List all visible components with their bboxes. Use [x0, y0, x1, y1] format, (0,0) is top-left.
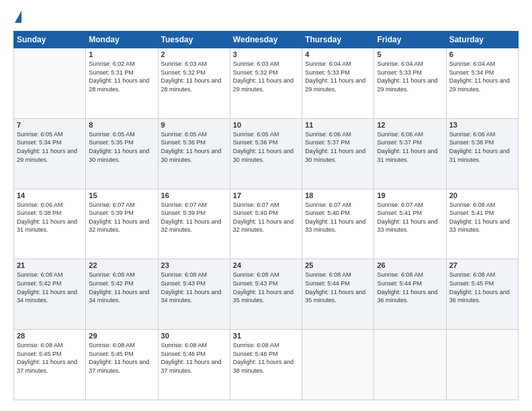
calendar-day-cell: 15Sunrise: 6:07 AMSunset: 5:39 PMDayligh…: [86, 189, 158, 259]
calendar-day-cell: 29Sunrise: 6:08 AMSunset: 5:45 PMDayligh…: [86, 330, 158, 400]
day-info: Sunrise: 6:08 AMSunset: 5:44 PMDaylight:…: [305, 271, 371, 304]
calendar-day-cell: 11Sunrise: 6:06 AMSunset: 5:37 PMDayligh…: [302, 118, 374, 189]
calendar-day-cell: 16Sunrise: 6:07 AMSunset: 5:39 PMDayligh…: [158, 189, 230, 259]
calendar-day-cell: 23Sunrise: 6:08 AMSunset: 5:43 PMDayligh…: [158, 259, 230, 330]
calendar-day-cell: 25Sunrise: 6:08 AMSunset: 5:44 PMDayligh…: [302, 259, 374, 330]
header: [13, 11, 519, 24]
day-number: 22: [89, 261, 154, 269]
day-info: Sunrise: 6:05 AMSunset: 5:35 PMDaylight:…: [89, 130, 154, 164]
day-info: Sunrise: 6:08 AMSunset: 5:45 PMDaylight:…: [17, 341, 83, 375]
day-info: Sunrise: 6:08 AMSunset: 5:45 PMDaylight:…: [449, 271, 515, 304]
calendar-week-row: 21Sunrise: 6:08 AMSunset: 5:42 PMDayligh…: [14, 259, 519, 330]
logo: [13, 11, 21, 24]
day-number: 12: [377, 121, 443, 129]
calendar-day-cell: 13Sunrise: 6:06 AMSunset: 5:38 PMDayligh…: [446, 118, 518, 189]
calendar-day-cell: 28Sunrise: 6:08 AMSunset: 5:45 PMDayligh…: [14, 330, 86, 400]
calendar-day-cell: 20Sunrise: 6:08 AMSunset: 5:41 PMDayligh…: [446, 189, 518, 259]
day-number: 17: [233, 191, 299, 199]
day-number: 7: [17, 121, 83, 129]
calendar-week-row: 28Sunrise: 6:08 AMSunset: 5:45 PMDayligh…: [14, 330, 519, 400]
day-info: Sunrise: 6:04 AMSunset: 5:34 PMDaylight:…: [449, 60, 515, 93]
calendar-header-wednesday: Wednesday: [230, 32, 302, 48]
calendar-header-tuesday: Tuesday: [158, 32, 230, 48]
page: SundayMondayTuesdayWednesdayThursdayFrid…: [0, 0, 532, 411]
calendar-header-friday: Friday: [374, 32, 446, 48]
day-number: 14: [17, 191, 83, 199]
day-number: 16: [161, 191, 227, 199]
day-number: 6: [449, 50, 515, 58]
day-info: Sunrise: 6:08 AMSunset: 5:42 PMDaylight:…: [89, 271, 154, 304]
calendar-day-cell: [14, 48, 86, 119]
day-number: 23: [161, 261, 227, 269]
calendar-week-row: 1Sunrise: 6:02 AMSunset: 5:31 PMDaylight…: [14, 48, 519, 119]
calendar-day-cell: 9Sunrise: 6:05 AMSunset: 5:36 PMDaylight…: [158, 118, 230, 189]
calendar-day-cell: 3Sunrise: 6:03 AMSunset: 5:32 PMDaylight…: [230, 48, 302, 119]
day-info: Sunrise: 6:04 AMSunset: 5:33 PMDaylight:…: [305, 60, 371, 93]
day-number: 9: [161, 121, 227, 129]
day-info: Sunrise: 6:07 AMSunset: 5:39 PMDaylight:…: [161, 201, 227, 234]
day-info: Sunrise: 6:07 AMSunset: 5:40 PMDaylight:…: [233, 201, 299, 234]
calendar-table: SundayMondayTuesdayWednesdayThursdayFrid…: [13, 31, 519, 400]
calendar-week-row: 14Sunrise: 6:06 AMSunset: 5:38 PMDayligh…: [14, 189, 519, 259]
calendar-week-row: 7Sunrise: 6:05 AMSunset: 5:34 PMDaylight…: [14, 118, 519, 189]
calendar-day-cell: 18Sunrise: 6:07 AMSunset: 5:40 PMDayligh…: [302, 189, 374, 259]
day-number: 11: [305, 121, 371, 129]
calendar-header-sunday: Sunday: [14, 32, 86, 48]
calendar-day-cell: 30Sunrise: 6:08 AMSunset: 5:46 PMDayligh…: [158, 330, 230, 400]
day-number: 19: [377, 191, 443, 199]
day-info: Sunrise: 6:08 AMSunset: 5:42 PMDaylight:…: [17, 271, 83, 304]
day-info: Sunrise: 6:08 AMSunset: 5:43 PMDaylight:…: [161, 271, 227, 304]
day-number: 21: [17, 261, 83, 269]
day-number: 30: [161, 332, 227, 340]
calendar-day-cell: 8Sunrise: 6:05 AMSunset: 5:35 PMDaylight…: [86, 118, 158, 189]
day-info: Sunrise: 6:06 AMSunset: 5:38 PMDaylight:…: [17, 201, 83, 234]
calendar-day-cell: 1Sunrise: 6:02 AMSunset: 5:31 PMDaylight…: [86, 48, 158, 119]
day-number: 10: [233, 121, 299, 129]
calendar-day-cell: [446, 330, 518, 400]
day-info: Sunrise: 6:08 AMSunset: 5:41 PMDaylight:…: [449, 201, 515, 234]
day-number: 1: [89, 50, 154, 58]
calendar-day-cell: 21Sunrise: 6:08 AMSunset: 5:42 PMDayligh…: [14, 259, 86, 330]
day-info: Sunrise: 6:05 AMSunset: 5:36 PMDaylight:…: [233, 130, 299, 164]
day-number: 5: [377, 50, 443, 58]
calendar-day-cell: 14Sunrise: 6:06 AMSunset: 5:38 PMDayligh…: [14, 189, 86, 259]
day-info: Sunrise: 6:06 AMSunset: 5:37 PMDaylight:…: [305, 130, 371, 164]
day-info: Sunrise: 6:07 AMSunset: 5:40 PMDaylight:…: [305, 201, 371, 234]
day-info: Sunrise: 6:05 AMSunset: 5:34 PMDaylight:…: [17, 130, 83, 164]
calendar-day-cell: 10Sunrise: 6:05 AMSunset: 5:36 PMDayligh…: [230, 118, 302, 189]
calendar-day-cell: 4Sunrise: 6:04 AMSunset: 5:33 PMDaylight…: [302, 48, 374, 119]
calendar-day-cell: 26Sunrise: 6:08 AMSunset: 5:44 PMDayligh…: [374, 259, 446, 330]
calendar-day-cell: [374, 330, 446, 400]
day-number: 25: [305, 261, 371, 269]
calendar-day-cell: 7Sunrise: 6:05 AMSunset: 5:34 PMDaylight…: [14, 118, 86, 189]
calendar-day-cell: [302, 330, 374, 400]
calendar-day-cell: 17Sunrise: 6:07 AMSunset: 5:40 PMDayligh…: [230, 189, 302, 259]
calendar-header-monday: Monday: [86, 32, 158, 48]
day-number: 28: [17, 332, 83, 340]
day-info: Sunrise: 6:04 AMSunset: 5:33 PMDaylight:…: [377, 60, 443, 93]
calendar-day-cell: 19Sunrise: 6:07 AMSunset: 5:41 PMDayligh…: [374, 189, 446, 259]
day-info: Sunrise: 6:07 AMSunset: 5:41 PMDaylight:…: [377, 201, 443, 234]
day-number: 27: [449, 261, 515, 269]
day-info: Sunrise: 6:08 AMSunset: 5:46 PMDaylight:…: [233, 341, 299, 375]
day-info: Sunrise: 6:03 AMSunset: 5:32 PMDaylight:…: [161, 60, 227, 93]
day-info: Sunrise: 6:02 AMSunset: 5:31 PMDaylight:…: [89, 60, 154, 93]
day-info: Sunrise: 6:06 AMSunset: 5:38 PMDaylight:…: [449, 130, 515, 164]
day-number: 4: [305, 50, 371, 58]
day-number: 18: [305, 191, 371, 199]
day-info: Sunrise: 6:08 AMSunset: 5:44 PMDaylight:…: [377, 271, 443, 304]
day-number: 8: [89, 121, 154, 129]
day-number: 2: [161, 50, 227, 58]
day-number: 3: [233, 50, 299, 58]
day-number: 15: [89, 191, 154, 199]
day-info: Sunrise: 6:08 AMSunset: 5:45 PMDaylight:…: [89, 341, 154, 375]
day-number: 20: [449, 191, 515, 199]
calendar-day-cell: 2Sunrise: 6:03 AMSunset: 5:32 PMDaylight…: [158, 48, 230, 119]
calendar-day-cell: 22Sunrise: 6:08 AMSunset: 5:42 PMDayligh…: [86, 259, 158, 330]
day-info: Sunrise: 6:06 AMSunset: 5:37 PMDaylight:…: [377, 130, 443, 164]
day-number: 31: [233, 332, 299, 340]
day-info: Sunrise: 6:05 AMSunset: 5:36 PMDaylight:…: [161, 130, 227, 164]
day-info: Sunrise: 6:08 AMSunset: 5:46 PMDaylight:…: [161, 341, 227, 375]
day-info: Sunrise: 6:07 AMSunset: 5:39 PMDaylight:…: [89, 201, 154, 234]
calendar-day-cell: 6Sunrise: 6:04 AMSunset: 5:34 PMDaylight…: [446, 48, 518, 119]
